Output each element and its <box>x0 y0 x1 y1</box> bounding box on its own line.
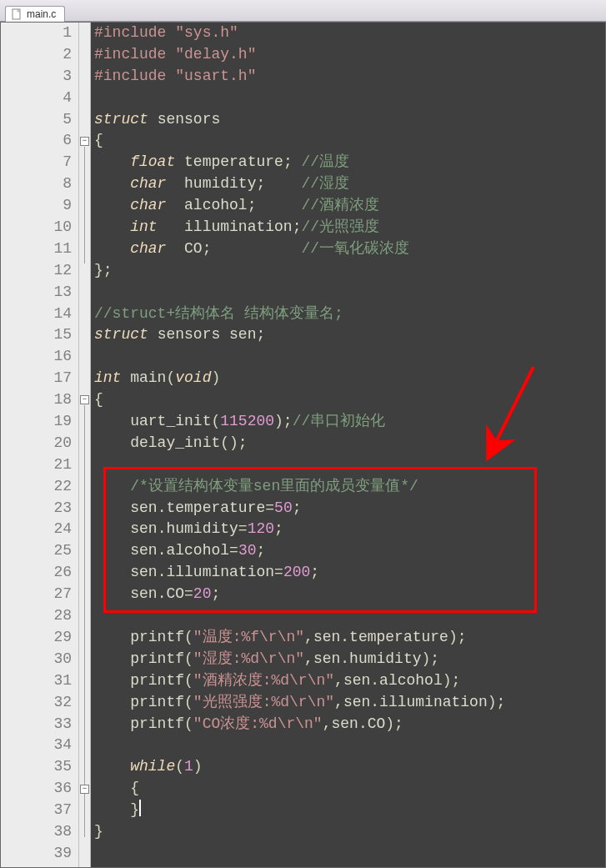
tab-label: main.c <box>27 8 56 20</box>
code-area[interactable]: #include "sys.h"#include "delay.h"#inclu… <box>91 23 605 867</box>
fold-marker[interactable]: − <box>80 137 89 146</box>
file-tab[interactable]: main.c <box>5 6 65 22</box>
editor-container: 1234567891011121314151617181920212223242… <box>0 22 606 868</box>
fold-marker[interactable]: − <box>80 395 89 404</box>
tab-bar: main.c <box>0 0 606 22</box>
file-icon <box>11 8 23 20</box>
fold-marker[interactable]: − <box>80 785 89 794</box>
line-number-gutter: 1234567891011121314151617181920212223242… <box>1 23 79 867</box>
fold-column: − − − <box>79 23 91 867</box>
